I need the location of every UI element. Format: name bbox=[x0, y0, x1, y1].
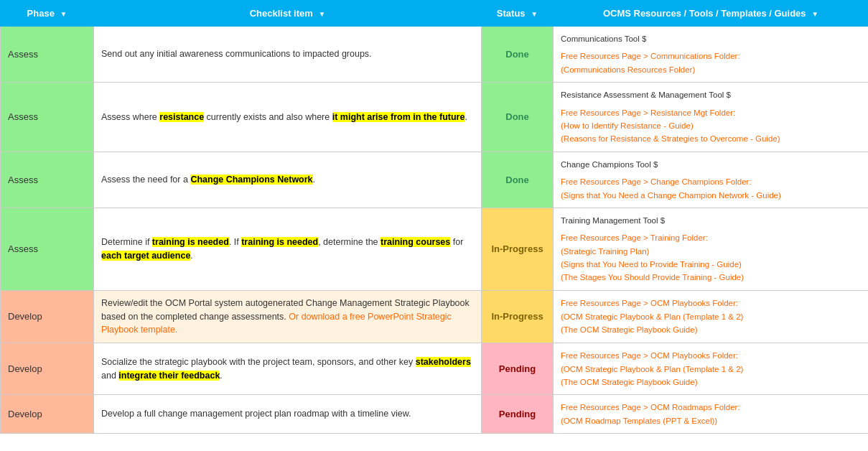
phase-cell: Assess bbox=[1, 152, 94, 208]
checklist-header-label: Checklist item bbox=[250, 8, 313, 19]
table-row: AssessDetermine if training is needed. I… bbox=[1, 208, 869, 290]
checklist-cell: Review/edit the OCM Portal system autoge… bbox=[94, 290, 482, 343]
table-row: DevelopDevelop a full change management … bbox=[1, 395, 869, 434]
resources-header-label: OCMS Resources / Tools / Templates / Gui… bbox=[603, 8, 806, 19]
checklist-header[interactable]: Checklist item ▼ bbox=[94, 1, 482, 27]
checklist-filter-icon[interactable]: ▼ bbox=[318, 10, 325, 18]
table-body: AssessSend out any initial awareness com… bbox=[1, 27, 869, 434]
status-cell: In-Progress bbox=[482, 290, 554, 343]
phase-cell: Assess bbox=[1, 208, 94, 290]
checklist-cell: Develop a full change management project… bbox=[94, 395, 482, 434]
phase-cell: Develop bbox=[1, 395, 94, 434]
status-cell: Pending bbox=[482, 395, 554, 434]
status-header[interactable]: Status ▼ bbox=[482, 1, 554, 27]
checklist-cell: Socialize the strategic playbook with th… bbox=[94, 343, 482, 395]
table-row: DevelopReview/edit the OCM Portal system… bbox=[1, 290, 869, 343]
phase-filter-icon[interactable]: ▼ bbox=[60, 10, 67, 18]
resources-cell: Free Resources Page > OCM Playbooks Fold… bbox=[554, 290, 869, 343]
resources-cell: Free Resources Page > OCM Playbooks Fold… bbox=[554, 343, 869, 395]
checklist-table: Phase ▼ Checklist item ▼ Status ▼ OCMS R… bbox=[0, 0, 868, 434]
resources-cell: Free Resources Page > OCM Roadmaps Folde… bbox=[554, 395, 869, 434]
checklist-cell: Send out any initial awareness communica… bbox=[94, 27, 482, 83]
phase-header-label: Phase bbox=[27, 8, 55, 19]
resources-cell: Change Champions Tool $Free Resources Pa… bbox=[554, 152, 869, 208]
resources-cell: Communications Tool $Free Resources Page… bbox=[554, 27, 869, 83]
checklist-cell: Determine if training is needed. If trai… bbox=[94, 208, 482, 290]
status-cell: Pending bbox=[482, 343, 554, 395]
table-row: DevelopSocialize the strategic playbook … bbox=[1, 343, 869, 395]
phase-header[interactable]: Phase ▼ bbox=[1, 1, 94, 27]
table-header-row: Phase ▼ Checklist item ▼ Status ▼ OCMS R… bbox=[1, 1, 869, 27]
status-header-label: Status bbox=[497, 8, 526, 19]
resources-filter-icon[interactable]: ▼ bbox=[811, 10, 818, 18]
resources-cell: Resistance Assessment & Management Tool … bbox=[554, 83, 869, 152]
phase-cell: Develop bbox=[1, 343, 94, 395]
status-cell: In-Progress bbox=[482, 208, 554, 290]
table-row: AssessAssess where resistance currently … bbox=[1, 83, 869, 152]
phase-cell: Develop bbox=[1, 290, 94, 343]
status-cell: Done bbox=[482, 83, 554, 152]
resources-cell: Training Management Tool $Free Resources… bbox=[554, 208, 869, 290]
main-table-container: Phase ▼ Checklist item ▼ Status ▼ OCMS R… bbox=[0, 0, 868, 434]
table-row: AssessSend out any initial awareness com… bbox=[1, 27, 869, 83]
table-row: AssessAssess the need for a Change Champ… bbox=[1, 152, 869, 208]
checklist-cell: Assess the need for a Change Champions N… bbox=[94, 152, 482, 208]
phase-cell: Assess bbox=[1, 83, 94, 152]
phase-cell: Assess bbox=[1, 27, 94, 83]
status-cell: Done bbox=[482, 152, 554, 208]
status-filter-icon[interactable]: ▼ bbox=[531, 10, 538, 18]
status-cell: Done bbox=[482, 27, 554, 83]
resources-header[interactable]: OCMS Resources / Tools / Templates / Gui… bbox=[554, 1, 869, 27]
checklist-cell: Assess where resistance currently exists… bbox=[94, 83, 482, 152]
